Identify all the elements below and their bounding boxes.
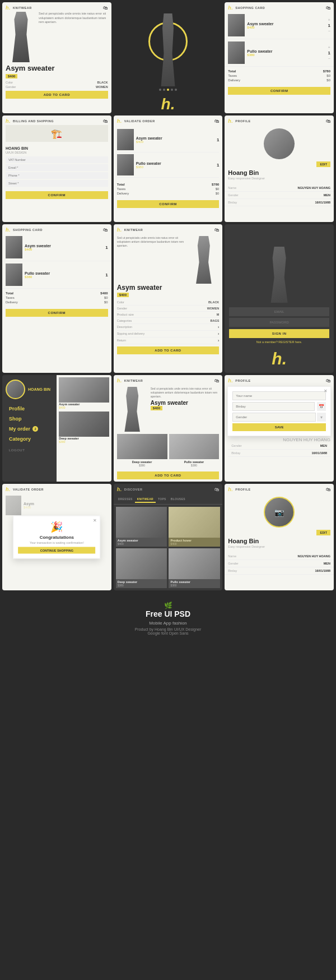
chevron-down-icon: › [218, 332, 219, 336]
category-attr: Categories BAGS [117, 318, 220, 324]
cart-icon[interactable]: 🛍 [103, 119, 108, 124]
delivery-label: Delivery [228, 78, 240, 82]
bg-thumb [6, 496, 21, 515]
product-mini-price: $380 [169, 464, 220, 467]
total-label: Total [117, 183, 125, 186]
tab-knitwear[interactable]: KNITWEAR [135, 496, 156, 503]
calendar-icon[interactable]: 📅 [317, 402, 326, 411]
total-row: Total $780 [117, 182, 220, 187]
continue-shopping-button[interactable]: CONTINUE SHOPPING [18, 547, 95, 554]
dot-2[interactable] [163, 89, 165, 91]
confirm-button[interactable]: CONFIRM [6, 309, 108, 317]
name-input[interactable] [232, 391, 326, 400]
cart-item-info: Asym sweater $400 [247, 22, 325, 29]
cart-icon[interactable]: 🛍 [214, 228, 220, 233]
birthday-input[interactable] [232, 402, 315, 411]
edit-button[interactable]: EDIT [316, 530, 330, 535]
cart-icon[interactable]: 🛍 [214, 119, 220, 124]
discover-item-name: Deep sweater [116, 579, 167, 584]
camera-icon[interactable]: 📷 [274, 508, 284, 517]
add-to-card-button[interactable]: ADD TO CARD [117, 346, 220, 354]
profile-gender-row: Gender MEN [225, 192, 334, 199]
brand-logo: h. [117, 378, 122, 383]
tab-dresses[interactable]: DRESSES [116, 496, 135, 503]
validate-thumb [117, 129, 134, 150]
chevron-down-icon: › [218, 339, 219, 343]
taxes-label: Taxes [6, 296, 15, 299]
cart-icon[interactable]: 🛍 [103, 228, 108, 233]
close-icon[interactable]: ✕ [93, 518, 97, 523]
add-to-card-button[interactable]: ADD TO CARD [117, 471, 220, 479]
email-input[interactable] [6, 164, 108, 171]
name-hint: NGUYEN HUY HOANG [228, 437, 330, 442]
qty-plus-2[interactable]: + [328, 45, 330, 49]
gender-value: MEN [324, 562, 330, 565]
qty-plus-1[interactable]: + [328, 18, 330, 22]
product-mini-2: Pullo sweater $380 [169, 434, 220, 467]
cart-icon[interactable]: 🛍 [326, 119, 331, 124]
cart-icon[interactable]: 🛍 [103, 6, 108, 11]
congrats-overlay: ✕ 🎉 Congratulations Your transaction is … [13, 516, 100, 559]
dot-1[interactable] [159, 89, 161, 91]
return-toggle[interactable]: Return › [117, 338, 220, 344]
cart-icon[interactable]: 🛍 [326, 487, 331, 492]
cart-item-1: Asym sweater $400 + 1 − [225, 12, 334, 39]
password-input[interactable] [229, 318, 329, 327]
product-price: $400 [151, 406, 162, 410]
confirm-button[interactable]: CONFIRM [117, 200, 220, 208]
phone-input[interactable] [6, 172, 108, 179]
confirm-button[interactable]: CONFIRM [228, 87, 330, 95]
products-row: Deep sweater $380 Pullo sweater $380 [117, 434, 220, 467]
cart-icon[interactable]: 🛍 [326, 6, 331, 11]
save-button[interactable]: SAVE [232, 423, 326, 431]
qty-minus-1[interactable]: − [328, 29, 330, 33]
cart-icon[interactable]: 🛍 [214, 378, 220, 383]
profile-birthday-row: Btrday 16/01/1988 [225, 567, 334, 575]
tab-blouses[interactable]: BLOUSES [169, 496, 188, 503]
register-highlight[interactable]: REGISTER here. [278, 340, 302, 344]
delivery-value: $0 [104, 301, 108, 304]
profile-avatar [264, 128, 295, 159]
section-title: BILLING AND SHIPPING [13, 119, 54, 123]
street-input[interactable] [6, 180, 108, 187]
tab-tops[interactable]: TOPS [156, 496, 169, 503]
vat-input[interactable] [6, 156, 108, 163]
cart-icon[interactable]: 🛍 [326, 378, 331, 383]
attr-value: BLACK [208, 301, 219, 304]
card-profile-1: h. PROFILE 🛍 EDIT Hoang Bin Easy respons… [225, 115, 334, 222]
taxes-value: $0 [326, 74, 330, 77]
menu-product-1: Asym sweater $400 [59, 377, 109, 409]
cart-totals: Total $780 Taxes $0 Delivery $0 [225, 67, 334, 85]
cart-icon[interactable]: 🛍 [214, 487, 220, 492]
card-header: h. DISCOVER 🛍 [114, 484, 223, 493]
total-value: $780 [323, 70, 330, 73]
close-icon[interactable]: ✕ [324, 389, 328, 394]
edit-button[interactable]: EDIT [316, 161, 330, 167]
confirm-button[interactable]: CONFIRM [6, 191, 108, 199]
item-price: $400 [136, 140, 214, 144]
section-title: PROFILE [235, 488, 250, 491]
product-name: Asym sweater [117, 284, 220, 292]
card-header: h. KNITWEAR 🛍 [2, 2, 111, 12]
email-input[interactable] [229, 307, 329, 316]
qty-minus-2[interactable]: − [328, 57, 330, 61]
total-label: Total [228, 70, 236, 73]
validate-thumb [117, 154, 134, 175]
dot-3[interactable] [167, 89, 169, 91]
card-profile-edit-modal: h. PROFILE 🛍 ✕ 📅 ▾ SAVE NGUYEN HUY HOANG… [225, 375, 334, 482]
dot-4[interactable] [171, 89, 173, 91]
description-toggle[interactable]: Description › [117, 324, 220, 331]
sign-in-button[interactable]: SIGN IN [229, 329, 329, 338]
taxes-value: $0 [216, 187, 220, 191]
total-row: Total $780 [228, 69, 330, 73]
shipping-toggle[interactable]: Sipping and delivery › [117, 331, 220, 338]
gender-input[interactable] [232, 413, 316, 422]
register-link[interactable]: Not a member? REGISTER here. [229, 340, 329, 344]
dot-5[interactable] [175, 89, 177, 91]
menu-username: HOANG BIN [28, 387, 50, 391]
chevron-down-icon[interactable]: ▾ [317, 413, 326, 422]
bg-price: $400 [24, 506, 34, 509]
add-to-card-button[interactable]: ADD TO CARD [6, 91, 108, 99]
product-color-attr: Color BLACK [6, 81, 108, 84]
attr-label: Return [117, 339, 127, 343]
